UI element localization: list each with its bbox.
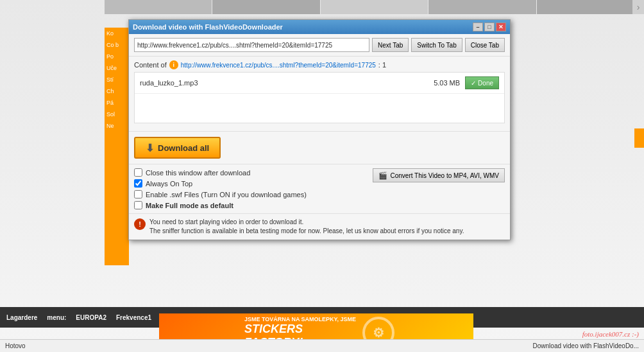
content-info-icon: i	[169, 60, 178, 69]
status-left-text: Hotovo	[5, 342, 26, 349]
checkboxes-group: Close this window after download Always …	[134, 168, 307, 209]
sidebar-item-ch: Ch	[105, 85, 129, 97]
download-all-label: Download all	[158, 143, 209, 153]
full-mode-checkbox[interactable]	[134, 201, 142, 209]
file-name: ruda_luzko_1.mp3	[140, 79, 198, 87]
enable-swf-label: Enable .swf Files (Turn ON if you downlo…	[146, 191, 307, 198]
warning-icon: !	[134, 218, 146, 230]
thumb-4	[428, 0, 536, 14]
dialog-window-controls: – □ ✕	[473, 22, 506, 31]
sidebar-item-ne: Ne	[105, 120, 129, 132]
content-label-row: Content of i http://www.frekvence1.cz/pu…	[134, 60, 505, 69]
thumb-2	[212, 0, 319, 14]
done-label: Done	[478, 80, 493, 87]
scroll-handle[interactable]: ›	[632, 0, 644, 14]
thumb-1	[105, 0, 212, 14]
content-count-text: : 1	[378, 61, 386, 69]
always-on-top-label: Always On Top	[146, 180, 192, 188]
thumb-3	[321, 0, 428, 14]
checkmark-icon: ✓	[471, 80, 476, 87]
content-label-text: Content of	[134, 61, 167, 69]
switch-to-tab-button[interactable]: Switch To Tab	[411, 38, 462, 52]
website-orange-sidebar: Ko Co b Po Uče Stí Ch Pá Sol Ne	[105, 28, 129, 265]
close-after-download-label: Close this window after download	[146, 169, 250, 177]
nav-frekvence1: Frekvence1	[116, 314, 151, 321]
content-area: Content of i http://www.frekvence1.cz/pu…	[129, 57, 510, 131]
nav-europa2: EUROPA2	[76, 314, 106, 321]
always-on-top-option[interactable]: Always On Top	[134, 179, 307, 188]
restore-button[interactable]: □	[484, 22, 495, 31]
sidebar-item-po: Po	[105, 51, 129, 62]
close-after-download-checkbox[interactable]	[134, 168, 142, 177]
full-mode-label: Make Full mode as default	[146, 202, 233, 209]
info-section: ! You need to start playing video in ord…	[129, 213, 510, 240]
nav-menu: menu:	[47, 314, 66, 321]
options-section: Close this window after download Always …	[129, 164, 510, 213]
file-row: ruda_luzko_1.mp3 5.03 MB ✓ Done	[135, 73, 504, 94]
banner-line1: JSME TOVÁRNA NA SAMOLEPKY, JSME	[244, 316, 356, 322]
url-bar-area: Next Tab Switch To Tab Close Tab	[129, 34, 510, 57]
url-input[interactable]	[134, 38, 369, 52]
convert-label: Convert This Video to MP4, AVI, WMV	[390, 172, 499, 179]
minimize-button[interactable]: –	[473, 22, 483, 31]
always-on-top-checkbox[interactable]	[134, 179, 142, 188]
file-right-section: 5.03 MB ✓ Done	[434, 76, 499, 89]
sidebar-item-sol: Sol	[105, 109, 129, 120]
thumb-5	[537, 0, 644, 14]
info-line1: You need to start playing video in order…	[149, 218, 464, 227]
info-text-block: You need to start playing video in order…	[149, 218, 464, 236]
download-all-section: ⬇ Download all	[129, 131, 510, 164]
info-line2: The sniffer function is available in bet…	[149, 227, 464, 236]
browser-status-bar: Hotovo Download video with FlashVideoDo.…	[0, 339, 644, 352]
close-tab-button[interactable]: Close Tab	[465, 38, 505, 52]
sidebar-item-ko: Ko	[105, 28, 129, 39]
nav-lagardere: Lagardere	[6, 314, 37, 321]
sidebar-item-pa: Pá	[105, 97, 129, 109]
dialog-titlebar: Download video with FlashVideoDownloader…	[129, 20, 510, 34]
status-right-text: Download video with FlashVideoDo...	[533, 342, 639, 349]
done-button[interactable]: ✓ Done	[465, 76, 499, 89]
download-arrow-icon: ⬇	[146, 142, 154, 154]
full-mode-option[interactable]: Make Full mode as default	[134, 201, 307, 209]
dialog-title: Download video with FlashVideoDownloader	[133, 23, 283, 31]
content-url-text: http://www.frekvence1.cz/pub/cs....shtml…	[181, 62, 376, 69]
header-thumbnails	[105, 0, 644, 14]
enable-swf-checkbox[interactable]	[134, 190, 142, 198]
enable-swf-option[interactable]: Enable .swf Files (Turn ON if you downlo…	[134, 190, 307, 198]
sidebar-item-sti: Stí	[105, 74, 129, 85]
file-size: 5.03 MB	[434, 79, 460, 87]
film-icon: 🎬	[378, 172, 387, 180]
close-button[interactable]: ✕	[496, 22, 506, 31]
next-tab-button[interactable]: Next Tab	[372, 38, 409, 52]
file-list: ruda_luzko_1.mp3 5.03 MB ✓ Done	[134, 72, 505, 123]
sidebar-item-uce: Uče	[105, 62, 129, 74]
banner-line2: STICKERS	[244, 322, 303, 336]
watermark-text: foto.ijacek007.cz :-)	[582, 330, 639, 338]
flashvideo-dialog: Download video with FlashVideoDownloader…	[128, 19, 511, 240]
sidebar-item-cob: Co b	[105, 39, 129, 51]
download-all-button[interactable]: ⬇ Download all	[134, 137, 221, 159]
right-highlight	[634, 128, 644, 148]
convert-button[interactable]: 🎬 Convert This Video to MP4, AVI, WMV	[373, 168, 505, 182]
close-after-download-option[interactable]: Close this window after download	[134, 168, 307, 177]
